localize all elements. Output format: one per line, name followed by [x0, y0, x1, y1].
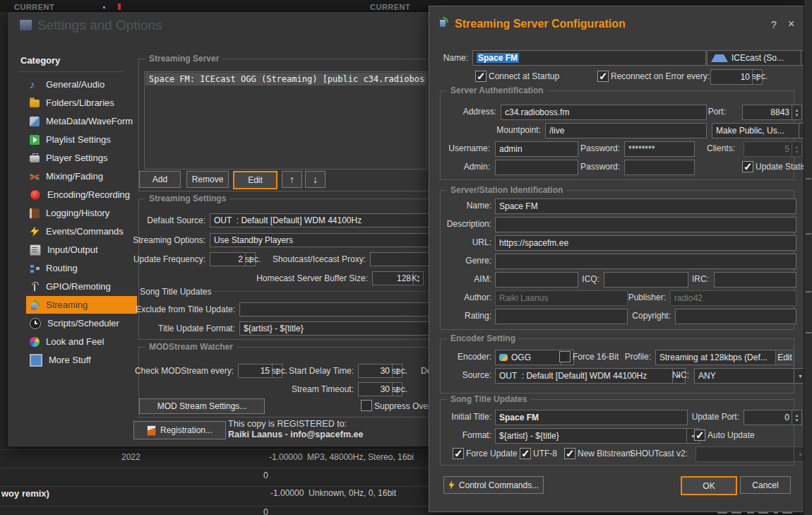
irc-field[interactable] [714, 272, 796, 288]
source-dropdown[interactable]: OUT : Default [Default] WDM 44100Hz [495, 368, 686, 384]
nic-label: NIC: [669, 370, 689, 380]
sidebar-item-metadata-waveform[interactable]: MetaData/WaveForm [26, 112, 137, 130]
encoder-setting-group: Encoder Setting [440, 338, 794, 393]
profile-dropdown[interactable]: Streaming at 128kbps (Def... [655, 350, 794, 365]
genre-field[interactable] [495, 254, 796, 269]
sidebar-item-playlist-settings[interactable]: Playlist Settings [26, 131, 137, 148]
sidebar-item-general-audio[interactable]: General/Audio [26, 76, 137, 93]
profile-edit-button[interactable]: Edit [775, 350, 794, 365]
help-button[interactable]: ? [771, 19, 777, 30]
move-down-button[interactable]: ↓ [305, 171, 326, 188]
station-name-field[interactable]: Space FM [495, 199, 796, 214]
title-format-field[interactable]: ${artist} - ${title} [239, 321, 440, 336]
clients-spinner: 5 [744, 141, 802, 157]
dialog-title: Streaming Server Configuration [455, 18, 626, 30]
sidebar-item-mixing-fading[interactable]: Mixing/Fading [26, 167, 137, 185]
category-header: Category [20, 55, 60, 66]
streaming-options-field[interactable]: Use Standby Players [210, 233, 440, 247]
sidebar-item-player-settings[interactable]: Player Settings [26, 149, 137, 167]
address-field[interactable]: c34.radioboss.fm [501, 105, 707, 120]
sidebar-item-scripts-scheduler[interactable]: Scripts/Scheduler [26, 314, 137, 332]
rating-field[interactable] [495, 309, 628, 324]
password-field[interactable]: ******** [624, 141, 695, 157]
utf8-label: UTF-8 [533, 449, 557, 458]
utf8-checkbox[interactable] [520, 448, 531, 459]
logbook-icon [30, 208, 40, 218]
background-fragment [717, 512, 727, 514]
spinner-value: 0 [747, 413, 789, 422]
force-16bit-checkbox[interactable] [559, 351, 571, 362]
copyright-field[interactable] [675, 309, 796, 324]
server-list[interactable]: Space FM: ICEcast OGG (Streaming) [publi… [144, 71, 427, 170]
auto-update-checkbox[interactable] [694, 430, 705, 441]
reconnect-label: Reconnect on Error every: [611, 71, 710, 81]
sidebar-item-look-and-feel[interactable]: Look and Feel [26, 333, 137, 350]
sidebar-item-gpio-remoting[interactable]: GPIO/Remoting [26, 278, 137, 295]
description-field[interactable] [495, 217, 796, 232]
reconnect-checkbox[interactable] [597, 71, 609, 82]
edit-button[interactable]: Edit [233, 171, 277, 189]
cancel-button[interactable]: Cancel [740, 476, 791, 494]
control-commands-button[interactable]: Control Commands... [443, 476, 544, 494]
spinner-arrows[interactable] [792, 105, 801, 119]
format-dropdown[interactable]: ${artist} - ${title} [495, 428, 700, 444]
background-fragment [806, 291, 811, 292]
aim-field[interactable] [495, 272, 578, 288]
update-port-spinner[interactable]: 0 [744, 410, 802, 425]
spinner-value: 8843 [746, 107, 789, 117]
lightning-icon [448, 480, 455, 490]
port-label: Port: [701, 107, 726, 117]
shoutcast-v2-label: SHOUTcast v2: [630, 449, 679, 458]
author-field: Raiki Laanus [495, 290, 628, 306]
icq-field[interactable] [604, 272, 688, 288]
initial-title-field[interactable]: Space FM [495, 410, 688, 425]
background-right-strip [804, 0, 812, 515]
update-statistics-checkbox[interactable] [742, 161, 753, 172]
move-up-button[interactable]: ↑ [282, 171, 302, 188]
sidebar-item-encoding-recording[interactable]: Encoding/Recording [26, 186, 137, 203]
server-list-item[interactable]: Space FM: ICEcast OGG (Streaming) [publi… [145, 73, 426, 85]
connect-at-startup-checkbox[interactable] [475, 71, 486, 82]
group-title: Streaming Server [145, 54, 222, 64]
image-icon [30, 354, 42, 367]
registration-button[interactable]: Registration... [133, 421, 226, 439]
initial-title-label: Initial Title: [443, 412, 491, 422]
playlist-row-divider [0, 449, 429, 450]
server-type-dropdown[interactable]: ICEcast (So... [707, 50, 812, 66]
suppress-checkbox[interactable] [361, 400, 372, 411]
remove-button[interactable]: Remove [186, 171, 229, 188]
default-source-field[interactable]: OUT : Default [Default] WDM 44100Hz [210, 213, 440, 227]
new-bitstream-checkbox[interactable] [564, 448, 575, 459]
group-title: Server/Station Identification [447, 185, 566, 195]
ok-button[interactable]: OK [681, 476, 737, 495]
playlist-cell-title: woy remix) [1, 488, 49, 499]
visibility-dropdown[interactable]: Make Public, Us... [712, 123, 812, 138]
exclude-field[interactable] [239, 302, 440, 316]
nic-dropdown[interactable]: ANY [694, 368, 807, 384]
add-button[interactable]: Add [139, 171, 181, 188]
clock-icon [30, 318, 41, 329]
username-field[interactable]: admin [495, 141, 578, 157]
close-icon[interactable]: × [788, 18, 794, 30]
spinner-arrows[interactable] [792, 410, 801, 425]
sidebar-item-folders-libraries[interactable]: Folders/Libraries [26, 94, 137, 112]
station-name-label: Name: [456, 201, 491, 211]
admin-field[interactable] [495, 160, 578, 175]
force-update-checkbox[interactable] [453, 448, 464, 459]
dropdown-value: OGG [511, 353, 531, 362]
category-divider [18, 71, 124, 72]
port-spinner[interactable]: 8843 [742, 105, 802, 120]
admin-password-field[interactable] [624, 160, 695, 175]
mod-stream-settings-button[interactable]: MOD Stream Settings... [139, 398, 265, 414]
reconnect-unit: sec. [752, 71, 768, 81]
timeout-unit: sec. [392, 384, 407, 394]
sidebar-item-label: Input/Output [47, 244, 98, 255]
name-field[interactable]: Space FM [472, 50, 706, 66]
background-fragment [806, 233, 811, 235]
url-field[interactable]: https://spacefm.ee [495, 235, 796, 251]
subsection-divider [214, 291, 431, 292]
publisher-field: radio42 [670, 290, 796, 306]
mountpoint-field[interactable]: /live [545, 123, 707, 138]
group-title: Song Title Updates [447, 394, 530, 404]
streaming-icon [438, 17, 448, 27]
